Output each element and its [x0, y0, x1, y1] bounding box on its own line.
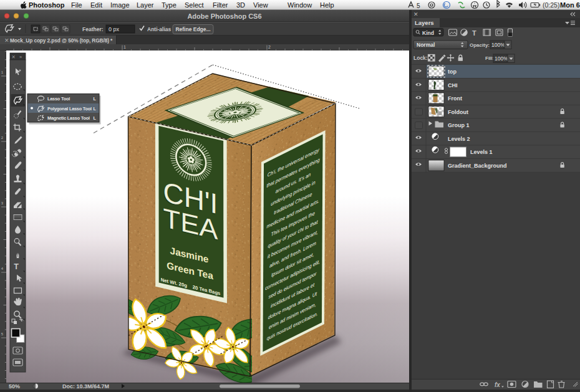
svg-text:Group 1: Group 1 — [448, 122, 470, 128]
svg-text:top: top — [448, 69, 457, 75]
svg-text:✕: ✕ — [4, 37, 9, 44]
svg-text:Layer: Layer — [137, 1, 154, 9]
svg-text:»: » — [19, 54, 22, 60]
svg-text:Anti-alias: Anti-alias — [147, 26, 172, 32]
svg-text:Levels 2: Levels 2 — [448, 136, 470, 142]
svg-text:Select: Select — [185, 1, 204, 9]
svg-text:Lasso Tool: Lasso Tool — [47, 96, 70, 102]
svg-text:Gradient_Background: Gradient_Background — [448, 163, 507, 169]
svg-text:3D: 3D — [236, 1, 245, 9]
svg-text:100%: 100% — [491, 42, 505, 48]
svg-text:(0:25): (0:25) — [543, 1, 559, 9]
svg-text:✕: ✕ — [12, 54, 16, 60]
svg-text:Foldout: Foldout — [448, 109, 468, 115]
svg-text:Adobe Photoshop CS6: Adobe Photoshop CS6 — [187, 12, 261, 20]
svg-text:L: L — [94, 115, 97, 121]
svg-text:fx: fx — [495, 381, 500, 388]
svg-text:Window: Window — [288, 1, 312, 9]
svg-text:File: File — [71, 1, 82, 9]
svg-text:Polygonal Lasso Tool: Polygonal Lasso Tool — [47, 106, 92, 112]
svg-text:Filter: Filter — [213, 1, 228, 9]
svg-text:Normal: Normal — [417, 42, 435, 48]
svg-text:Photoshop: Photoshop — [29, 1, 65, 9]
svg-text:Type: Type — [162, 1, 176, 9]
svg-text:Lock:: Lock: — [413, 55, 428, 61]
svg-text:2: 2 — [268, 45, 271, 49]
svg-text:Feather:: Feather: — [82, 26, 104, 32]
svg-text:Mock_Up copy 2.psd @ 50% (top,: Mock_Up copy 2.psd @ 50% (top, RGB/8) * — [10, 37, 113, 44]
svg-text:1: 1 — [123, 45, 126, 49]
svg-text:Kind: Kind — [422, 30, 434, 36]
svg-text:Help: Help — [320, 1, 334, 9]
svg-text:Levels 1: Levels 1 — [470, 149, 493, 155]
svg-text:Layers: Layers — [415, 19, 434, 26]
svg-text:Magnetic Lasso Tool: Magnetic Lasso Tool — [47, 115, 90, 121]
svg-text:Mon 6:: Mon 6: — [560, 1, 580, 9]
svg-text:T: T — [14, 262, 19, 271]
svg-text:Opacity:: Opacity: — [470, 42, 490, 48]
svg-text:T: T — [472, 29, 476, 37]
svg-text:✕: ✕ — [413, 11, 418, 17]
svg-text:0 px: 0 px — [109, 26, 120, 32]
svg-text:L: L — [94, 96, 97, 102]
svg-text:100%: 100% — [495, 55, 508, 62]
svg-text:Refine Edge...: Refine Edge... — [175, 26, 210, 32]
svg-text:Fill:: Fill: — [485, 55, 494, 61]
svg-text:L: L — [94, 106, 97, 112]
svg-text:Edit: Edit — [90, 1, 102, 9]
svg-text:50%: 50% — [9, 383, 20, 390]
svg-text:Doc: 10.3M/64.7M: Doc: 10.3M/64.7M — [62, 383, 109, 390]
svg-text:CHI: CHI — [448, 82, 458, 88]
svg-text:View: View — [253, 1, 268, 9]
svg-text:Image: Image — [110, 1, 130, 9]
svg-text:Front: Front — [448, 95, 462, 102]
svg-text:5: 5 — [417, 2, 420, 9]
